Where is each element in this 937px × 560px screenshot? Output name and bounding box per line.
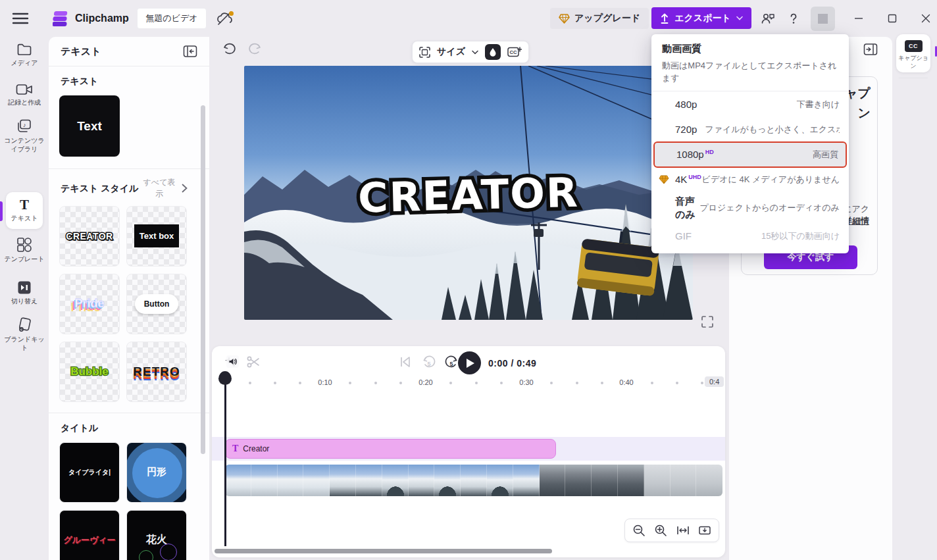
camera-icon [16, 83, 33, 96]
content-library-icon: ♪ [16, 118, 32, 134]
export-menu-title: 動画画質 [662, 43, 838, 55]
zoom-in-icon[interactable] [654, 524, 667, 537]
style-tile-textbox[interactable]: Text box [126, 206, 187, 267]
titles-grid: タイプライタ| 円形 グルーヴィー 花火 [59, 442, 209, 560]
export-option-4k[interactable]: 4KUHD ビデオに 4K メディアがありません [651, 168, 849, 191]
folder-icon [16, 42, 32, 57]
style-tile-pride[interactable]: Pride [59, 274, 120, 334]
audio-indicator[interactable] [226, 355, 239, 368]
ruler-end-label: 0:4 [705, 376, 724, 387]
export-option-1080p[interactable]: 1080pHD 高画質 [653, 141, 847, 168]
ruler-label[interactable]: 0:10 [318, 378, 332, 386]
sidebar-item-label: テキスト [3, 215, 46, 223]
ruler-label[interactable]: 0:30 [519, 378, 533, 386]
title-tile-circle[interactable]: 円形 [126, 442, 187, 503]
clipchamp-logo[interactable]: Clipchamp [53, 9, 129, 28]
fit-timeline-icon[interactable] [698, 524, 711, 537]
svg-text:CC: CC [510, 49, 517, 55]
undo-button[interactable] [222, 42, 237, 57]
export-menu-subtitle: 動画はMP4ファイルとしてエクスポートされます [662, 60, 838, 85]
app-name: Clipchamp [75, 13, 129, 24]
avatar[interactable] [811, 7, 835, 31]
clipchamp-editor: Clipchamp 無題のビデオ アップグレード エクスポート [0, 0, 937, 560]
cloud-sync-off-icon[interactable] [216, 10, 234, 27]
plain-text-tile[interactable]: Text [59, 95, 120, 157]
zoom-out-icon[interactable] [632, 524, 646, 537]
captions-add-icon[interactable]: CC [507, 46, 522, 58]
upgrade-button[interactable]: アップグレード [550, 8, 649, 29]
text-clip[interactable]: T Creator [225, 439, 556, 459]
play-icon [467, 359, 474, 368]
export-option-audio[interactable]: 音声のみ プロジェクトからのオーディオのみ [651, 191, 849, 224]
rail-divider [899, 78, 928, 78]
text-styles-grid: CREATOR Text box Pride Button Bubble RET… [59, 206, 209, 402]
export-option-480p[interactable]: 480p 下書き向け [651, 91, 849, 118]
zoom-fit-icon[interactable] [676, 524, 690, 537]
canvas-overlay-text[interactable]: CREATOR [357, 168, 579, 222]
timeline-horizontal-scrollbar[interactable] [215, 549, 552, 553]
redo-button[interactable] [247, 42, 262, 57]
window-maximize-button[interactable] [885, 11, 899, 26]
style-tile-button[interactable]: Button [126, 274, 187, 334]
gem-icon [559, 14, 570, 24]
sidebar-item-record[interactable]: 記録と作成 [0, 83, 49, 107]
timeline-panel: 5 5 0:00 / 0:49 0:10 0:20 0:30 0:40 0:4 … [212, 346, 725, 557]
chevron-right-icon[interactable] [182, 184, 188, 193]
forward-5s-button[interactable]: 5 [443, 355, 458, 369]
svg-text:♪: ♪ [23, 122, 26, 128]
video-clip[interactable] [225, 465, 722, 496]
sidebar-item-templates[interactable]: テンプレート [0, 237, 49, 264]
title-tile-typewriter[interactable]: タイプライタ| [59, 442, 120, 503]
size-button[interactable]: サイズ [437, 46, 465, 58]
text-panel: テキスト テキスト Text テキスト スタイル すべて表示 CREATOR T… [49, 37, 209, 560]
export-option-gif[interactable]: GIF 15秒以下の動画向け [651, 224, 849, 248]
window-close-button[interactable] [919, 11, 933, 26]
split-scissors-icon[interactable] [246, 355, 261, 369]
sidebar-item-brand-kit[interactable]: ブランドキット [0, 317, 49, 352]
sidebar-item-text[interactable]: T テキスト [0, 197, 49, 223]
sidebar-item-transitions[interactable]: 切り替え [0, 280, 49, 306]
export-label: エクスポート [674, 13, 731, 24]
skip-to-start-button[interactable] [399, 355, 413, 370]
panel-scrollbar[interactable] [201, 105, 205, 454]
project-title-input[interactable]: 無題のビデオ [137, 8, 207, 29]
rewind-5s-button[interactable]: 5 [421, 355, 436, 369]
show-all-link[interactable]: すべて表示 [141, 177, 178, 199]
style-tile-creator[interactable]: CREATOR [59, 206, 120, 267]
title-tile-groovy[interactable]: グルーヴィー [59, 510, 120, 560]
playhead-line[interactable] [224, 383, 226, 546]
background-color-button[interactable] [485, 44, 501, 60]
sidebar-item-label: メディア [3, 59, 46, 68]
text-clip-label: Creator [243, 444, 269, 453]
ruler-label[interactable]: 0:20 [418, 378, 432, 386]
chevron-down-icon[interactable] [472, 50, 478, 55]
upgrade-label: アップグレード [574, 13, 640, 24]
collapse-panel-icon[interactable] [183, 45, 197, 58]
feedback-icon[interactable] [760, 11, 776, 26]
svg-text:5: 5 [428, 361, 431, 367]
help-icon[interactable] [786, 11, 801, 26]
sidebar-item-label: 記録と作成 [3, 99, 46, 107]
collapse-right-panel-icon[interactable] [863, 42, 878, 57]
style-tile-retro[interactable]: RETRO [126, 342, 187, 402]
hamburger-menu-icon[interactable] [12, 11, 30, 26]
export-button[interactable]: エクスポート [651, 7, 751, 29]
fullscreen-icon[interactable] [701, 316, 715, 329]
window-minimize-button[interactable] [851, 11, 866, 26]
playhead-handle[interactable] [218, 371, 232, 385]
ruler-label[interactable]: 0:40 [619, 378, 633, 386]
canvas-toolbar: サイズ CC [412, 41, 529, 63]
sidebar-item-content-library[interactable]: ♪ コンテンツライブラリ [0, 118, 49, 153]
captions-rail-button[interactable]: CC キャプション [896, 34, 930, 72]
play-button[interactable] [458, 351, 481, 374]
uhd-badge: UHD [688, 174, 701, 180]
text-clip-icon: T [232, 444, 238, 454]
video-preview[interactable]: CREATOR [244, 66, 693, 320]
text-panel-title: テキスト [61, 45, 101, 58]
export-option-720p[interactable]: 720p ファイルがもっと小さく、エクスポート [651, 118, 849, 141]
title-tile-fireworks[interactable]: 花火 [126, 510, 187, 560]
timeline-zoom-bar [624, 519, 719, 542]
style-tile-bubble[interactable]: Bubble [59, 342, 120, 402]
sidebar-item-label: ブランドキット [3, 336, 46, 352]
sidebar-item-media[interactable]: メディア [0, 42, 49, 68]
